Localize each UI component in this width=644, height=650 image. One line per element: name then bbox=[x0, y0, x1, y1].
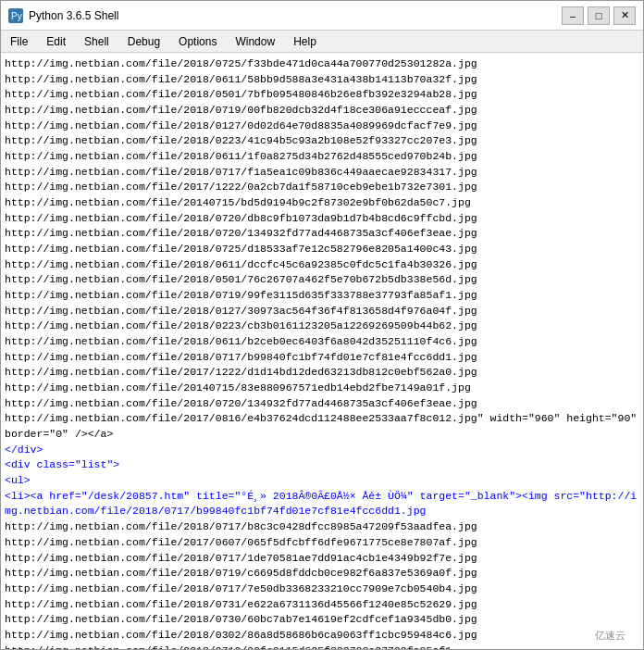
menu-item-debug[interactable]: Debug bbox=[122, 34, 166, 49]
maximize-button[interactable]: □ bbox=[588, 6, 610, 25]
window-title: Python 3.6.5 Shell bbox=[29, 9, 118, 22]
menu-item-options[interactable]: Options bbox=[173, 34, 222, 49]
watermark: 亿速云 bbox=[595, 629, 625, 643]
title-bar-left: Py Python 3.6.5 Shell bbox=[8, 8, 118, 23]
console-output[interactable]: http://img.netbian.com/file/2018/0725/f3… bbox=[1, 53, 643, 649]
content-area: http://img.netbian.com/file/2018/0725/f3… bbox=[1, 53, 643, 649]
menu-item-window[interactable]: Window bbox=[229, 34, 280, 49]
window-controls: – □ ✕ bbox=[562, 6, 636, 25]
minimize-button[interactable]: – bbox=[562, 6, 584, 25]
menu-item-file[interactable]: File bbox=[5, 34, 33, 49]
console-text-block: http://img.netbian.com/file/2018/0725/f3… bbox=[5, 56, 641, 649]
python-icon: Py bbox=[8, 8, 23, 23]
menu-item-edit[interactable]: Edit bbox=[41, 34, 71, 49]
menu-item-help[interactable]: Help bbox=[288, 34, 322, 49]
menu-bar: FileEditShellDebugOptionsWindowHelp bbox=[1, 31, 643, 53]
main-window: Py Python 3.6.5 Shell – □ ✕ FileEditShel… bbox=[0, 0, 644, 650]
close-button[interactable]: ✕ bbox=[613, 6, 636, 25]
title-bar: Py Python 3.6.5 Shell – □ ✕ bbox=[1, 1, 643, 31]
menu-item-shell[interactable]: Shell bbox=[79, 34, 115, 49]
svg-text:Py: Py bbox=[11, 11, 22, 21]
